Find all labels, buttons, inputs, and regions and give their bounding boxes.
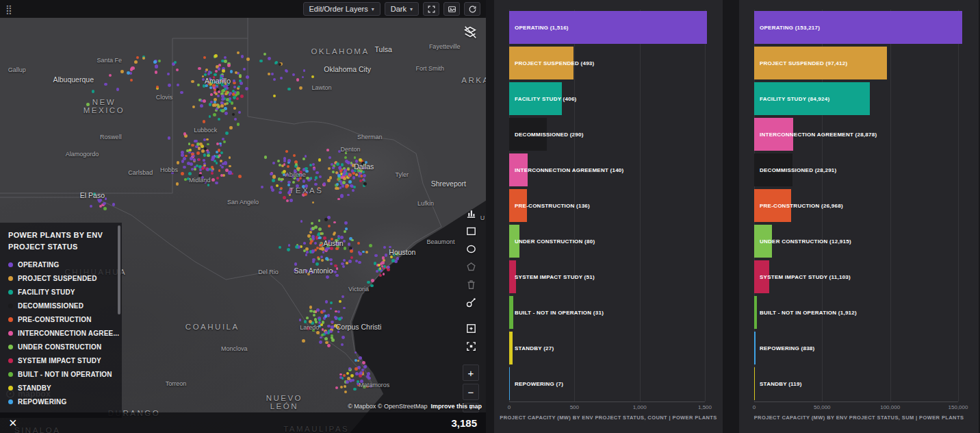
power-plant-dot[interactable] [216,162,218,164]
power-plant-dot[interactable] [203,56,207,60]
power-plant-dot[interactable] [201,176,204,179]
power-plant-dot[interactable] [316,331,320,334]
power-plant-dot[interactable] [348,180,351,183]
power-plant-dot[interactable] [302,339,305,343]
power-plant-dot[interactable] [352,164,355,167]
refresh-button[interactable] [464,2,480,16]
power-plant-dot[interactable] [311,227,315,230]
power-plant-dot[interactable] [318,219,321,222]
power-plant-dot[interactable] [312,260,315,263]
power-plant-dot[interactable] [198,147,201,150]
power-plant-dot[interactable] [220,77,222,79]
power-plant-dot[interactable] [335,247,338,250]
power-plant-dot[interactable] [327,314,330,317]
power-plant-dot[interactable] [289,188,293,191]
power-plant-dot[interactable] [343,374,346,377]
power-plant-dot[interactable] [304,320,307,323]
power-plant-dot[interactable] [216,151,218,153]
select-radius-icon[interactable] [463,295,478,310]
power-plant-dot[interactable] [221,90,224,92]
power-plant-dot[interactable] [347,169,350,171]
bar-repowering[interactable] [509,367,510,400]
power-plant-dot[interactable] [285,150,288,153]
power-plant-dot[interactable] [359,356,362,360]
power-plant-dot[interactable] [315,171,318,174]
power-plant-dot[interactable] [105,197,107,200]
layer-visibility-button[interactable] [463,25,478,42]
power-plant-dot[interactable] [315,176,318,180]
power-plant-dot[interactable] [292,175,294,178]
power-plant-dot[interactable] [320,323,323,326]
power-plant-dot[interactable] [339,166,341,169]
power-plant-dot[interactable] [103,207,107,210]
power-plant-dot[interactable] [177,161,180,164]
power-plant-dot[interactable] [203,84,206,88]
power-plant-dot[interactable] [362,361,365,364]
power-plant-dot[interactable] [222,109,224,112]
power-plant-dot[interactable] [280,77,283,79]
power-plant-dot[interactable] [331,336,333,339]
power-plant-dot[interactable] [337,310,340,313]
power-plant-dot[interactable] [315,321,318,323]
power-plant-dot[interactable] [335,171,338,174]
power-plant-dot[interactable] [300,245,302,248]
power-plant-dot[interactable] [359,158,362,162]
power-plant-dot[interactable] [334,271,337,273]
power-plant-dot[interactable] [318,319,321,321]
select-rectangle-icon[interactable] [463,223,478,238]
bar-built-not-in-operation[interactable] [509,296,513,329]
power-plant-dot[interactable] [275,61,278,64]
power-plant-dot[interactable] [277,160,280,162]
power-plant-dot[interactable] [311,222,313,225]
power-plant-dot[interactable] [315,262,319,266]
power-plant-dot[interactable] [241,55,244,58]
power-plant-dot[interactable] [289,199,292,201]
power-plant-dot[interactable] [134,60,138,64]
power-plant-dot[interactable] [305,155,307,158]
power-plant-dot[interactable] [109,74,112,77]
power-plant-dot[interactable] [287,165,289,168]
power-plant-dot[interactable] [357,242,360,245]
power-plant-dot[interactable] [272,175,276,178]
power-plant-dot[interactable] [394,260,398,263]
power-plant-dot[interactable] [99,205,102,208]
power-plant-dot[interactable] [339,373,342,376]
power-plant-dot[interactable] [283,160,286,162]
power-plant-dot[interactable] [209,86,212,89]
power-plant-dot[interactable] [341,184,344,187]
power-plant-dot[interactable] [214,73,216,76]
power-plant-dot[interactable] [213,76,216,79]
power-plant-dot[interactable] [207,73,210,75]
power-plant-dot[interactable] [239,74,242,77]
power-plant-dot[interactable] [303,242,306,245]
power-plant-dot[interactable] [299,86,302,90]
power-plant-dot[interactable] [366,375,370,378]
power-plant-dot[interactable] [276,184,279,188]
power-plant-dot[interactable] [352,379,354,382]
power-plant-dot[interactable] [335,310,337,313]
power-plant-dot[interactable] [340,386,343,388]
power-plant-dot[interactable] [366,386,369,388]
power-plant-dot[interactable] [287,191,291,195]
power-plant-dot[interactable] [211,166,214,169]
power-plant-dot[interactable] [327,325,331,328]
power-plant-dot[interactable] [336,267,339,270]
power-plant-dot[interactable] [279,246,282,249]
power-plant-dot[interactable] [237,51,240,54]
power-plant-dot[interactable] [344,391,347,393]
power-plant-dot[interactable] [333,221,336,224]
power-plant-dot[interactable] [339,170,342,173]
power-plant-dot[interactable] [354,351,357,354]
power-plant-dot[interactable] [313,168,315,171]
power-plant-dot[interactable] [332,166,335,169]
power-plant-dot[interactable] [215,182,218,185]
power-plant-dot[interactable] [331,334,333,337]
legend-item[interactable]: REPOWERING [8,395,114,408]
power-plant-dot[interactable] [322,328,324,331]
power-plant-dot[interactable] [348,173,352,177]
power-plant-dot[interactable] [295,163,298,166]
power-plant-dot[interactable] [299,319,302,321]
power-plant-dot[interactable] [238,175,242,178]
zoom-to-fit-icon[interactable] [463,338,478,354]
power-plant-dot[interactable] [314,242,317,245]
